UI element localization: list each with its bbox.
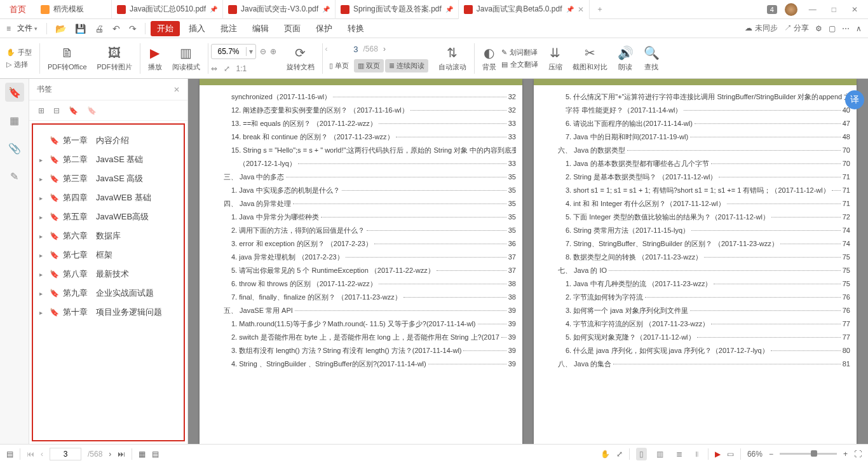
bookmark-item[interactable]: ▸🔖第四章 JavaWEB 基础	[34, 188, 182, 207]
next-page-icon[interactable]: ›	[109, 450, 111, 459]
annotation-rail-icon[interactable]: ✎	[5, 167, 24, 186]
hand-tool[interactable]: ✋ 手型	[6, 48, 32, 57]
close-icon[interactable]: ✕	[578, 5, 584, 14]
undo-icon[interactable]: ↶	[109, 24, 123, 34]
tab-doc3[interactable]: Spring面试专题及答案.pdf📌	[336, 0, 459, 19]
fit-width-icon[interactable]: ⇔	[211, 64, 217, 73]
zoom-slider[interactable]	[780, 453, 837, 455]
pdf-to-office[interactable]: 🗎PDF转Office	[43, 45, 92, 72]
print-icon[interactable]: 🖨	[92, 24, 107, 34]
fit-page-icon[interactable]: ⤢	[224, 64, 230, 73]
file-menu[interactable]: 文件▾	[13, 23, 41, 34]
pin-icon[interactable]: 📌	[445, 6, 453, 13]
fit-icon[interactable]: ⤢	[616, 450, 623, 459]
minimize-icon[interactable]: —	[805, 5, 820, 14]
attachment-rail-icon[interactable]: 📎	[5, 139, 24, 158]
collapse-all-icon[interactable]: ⊟	[53, 106, 60, 115]
zoom-in-icon[interactable]: +	[843, 450, 848, 459]
next-page-icon[interactable]: ›	[383, 45, 386, 53]
translate-float-icon[interactable]: 译	[845, 90, 864, 109]
continuous-btn[interactable]: ≣ 连续阅读	[385, 59, 428, 73]
window-close-icon[interactable]: ✕	[848, 5, 862, 14]
bookmark-item[interactable]: 🔖第一章 内容介绍	[34, 131, 182, 150]
hamburger-icon[interactable]: ≡	[6, 24, 11, 33]
read-aloud-button[interactable]: 🔊朗读	[613, 45, 639, 72]
bookmark-rail-icon[interactable]: 🔖	[5, 83, 24, 102]
avatar[interactable]	[785, 3, 797, 16]
new-tab-button[interactable]: ＋	[590, 4, 610, 15]
menu-page[interactable]: 页面	[278, 23, 307, 34]
more-icon[interactable]: ⋯	[842, 24, 850, 33]
redo-icon[interactable]: ↷	[126, 24, 140, 34]
thumbnail-view-icon[interactable]: ▦	[139, 450, 146, 459]
feedback-icon[interactable]: ▢	[829, 24, 836, 33]
bookmark-solid-icon[interactable]: 🔖	[69, 106, 78, 115]
full-translate[interactable]: ▤ 全文翻译	[501, 60, 538, 69]
save-icon[interactable]: 💾	[72, 24, 89, 34]
open-icon[interactable]: 📂	[52, 24, 69, 34]
bookmark-item[interactable]: ▸🔖第三章 JavaSE 高级	[34, 169, 182, 188]
play-button[interactable]: ▶播放	[143, 45, 167, 72]
play-icon[interactable]: ▶	[715, 450, 721, 459]
bookmark-item[interactable]: ▸🔖第十章 项目业务逻辑问题	[34, 303, 182, 322]
bookmark-item[interactable]: ▸🔖第九章 企业实战面试题	[34, 284, 182, 303]
last-page-icon[interactable]: ⏭	[118, 450, 125, 459]
pdf-to-image[interactable]: 🖼PDF转图片	[92, 45, 137, 72]
screenshot-button[interactable]: ✂截图和对比	[567, 45, 613, 72]
first-page-icon[interactable]: ⏮	[27, 450, 34, 459]
autoscroll-button[interactable]: ⇅自动滚动	[433, 45, 471, 72]
read-mode[interactable]: ▥阅读模式	[167, 45, 205, 72]
menu-insert[interactable]: 插入	[182, 23, 212, 34]
expand-all-icon[interactable]: ⊞	[38, 106, 44, 115]
zoom-in-icon[interactable]: ⊕	[270, 47, 276, 56]
share-button[interactable]: ↗ 分享	[784, 23, 809, 34]
maximize-icon[interactable]: □	[828, 5, 840, 14]
pin-icon[interactable]: 📌	[322, 6, 330, 13]
thumbnail-rail-icon[interactable]: ▦	[5, 111, 24, 130]
zoom-out-icon[interactable]: −	[769, 450, 773, 459]
tab-template[interactable]: 稻壳模板	[36, 0, 112, 19]
compress-button[interactable]: ⇊压缩	[543, 45, 567, 72]
pin-icon[interactable]: 📌	[210, 6, 217, 13]
word-translate[interactable]: ✎ 划词翻译	[501, 48, 538, 57]
panel-close-icon[interactable]: ✕	[173, 85, 180, 94]
outline-view-icon[interactable]: ▤	[152, 450, 159, 459]
bookmark-item[interactable]: ▸🔖第二章 JavaSE 基础	[34, 150, 182, 169]
view-double-icon[interactable]: ▥	[653, 448, 667, 460]
menu-start[interactable]: 开始	[151, 21, 180, 36]
settings-icon[interactable]: ⚙	[815, 24, 822, 33]
notification-badge[interactable]: 4	[767, 5, 777, 14]
double-page-btn[interactable]: ▥ 双页	[354, 59, 384, 73]
pin-icon[interactable]: 📌	[566, 6, 574, 13]
view-single-icon[interactable]: ▯	[636, 448, 647, 460]
hand-mode-icon[interactable]: ✋	[600, 450, 610, 459]
background-button[interactable]: ◐背景	[477, 45, 501, 72]
sidebar-toggle-icon[interactable]: ▤	[6, 450, 13, 459]
readmode-icon[interactable]: ▭	[727, 450, 734, 459]
bookmark-item[interactable]: ▸🔖第六章 数据库	[34, 226, 182, 245]
view-cont2-icon[interactable]: ⫴	[692, 448, 702, 460]
prev-page-icon[interactable]: ‹	[325, 45, 328, 53]
zoom-box[interactable]: ▾	[211, 44, 256, 59]
single-page-btn[interactable]: ▯ 单页	[325, 59, 353, 73]
fullscreen-icon[interactable]: ⛶	[854, 450, 862, 459]
bookmark-outline-icon[interactable]: 🔖	[87, 106, 97, 115]
zoom-input[interactable]	[212, 47, 246, 56]
zoom-out-icon[interactable]: ⊖	[260, 47, 266, 56]
bookmark-item[interactable]: ▸🔖第五章 JavaWEB高级	[34, 207, 182, 226]
tab-doc1[interactable]: Java面试汇总0510.pdf📌	[112, 0, 223, 19]
document-viewport[interactable]: synchronized（2017-11-16-wl）3212. 阐述静态变量和…	[188, 79, 868, 444]
home-tab[interactable]: 首页	[0, 0, 36, 19]
sync-status[interactable]: ☁ 未同步	[745, 23, 777, 34]
rotate-button[interactable]: ⟳旋转文档	[281, 45, 320, 72]
bookmark-item[interactable]: ▸🔖第八章 最新技术	[34, 265, 182, 284]
select-tool[interactable]: ▷ 选择	[6, 60, 32, 69]
actual-size-icon[interactable]: 1:1	[236, 64, 247, 73]
menu-protect[interactable]: 保护	[309, 23, 339, 34]
view-cont-icon[interactable]: ≣	[673, 448, 686, 460]
bookmark-item[interactable]: ▸🔖第七章 框架	[34, 245, 182, 265]
page-input[interactable]	[333, 45, 358, 54]
collapse-icon[interactable]: ∧	[856, 24, 862, 33]
status-page-input[interactable]	[50, 448, 81, 460]
menu-comment[interactable]: 批注	[214, 23, 243, 34]
